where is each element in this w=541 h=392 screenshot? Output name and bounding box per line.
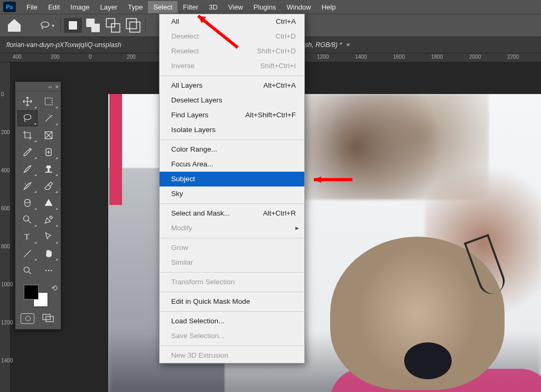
tools-grid: T [15,91,61,281]
menu-item-label: Focus Area... [171,159,213,170]
menu-item-grow: Grow [160,240,304,255]
menu-select[interactable]: Select [148,1,178,13]
healing-brush-tool[interactable] [39,144,59,160]
ruler-tick: 1800 [431,54,443,60]
pen-tool[interactable] [39,212,59,228]
eyedropper-tool[interactable] [17,144,38,160]
shape-tool[interactable] [39,195,59,211]
svg-point-14 [24,267,29,272]
menu-type[interactable]: Type [123,1,148,13]
menu-file[interactable]: File [21,1,43,13]
path-selection-tool[interactable] [39,229,59,245]
new-selection-button[interactable] [64,18,82,33]
menu-item-label: Save Selection... [171,331,225,341]
collapse-icon[interactable]: ‹‹ [48,83,52,90]
menu-item-edit-in-quick-mask-mode[interactable]: Edit in Quick Mask Mode [160,294,304,309]
svg-rect-5 [126,18,136,29]
quick-mask-mode-button[interactable] [21,313,34,324]
menu-separator [161,311,303,312]
menu-item-shortcut: Alt+Ctrl+R [263,208,296,219]
menu-item-label: Sky [171,189,183,199]
document-tab-title-left[interactable]: florian-van-duyn-pXToxwjqIiQ-unsplash [6,41,122,49]
screen-mode-button[interactable] [42,313,54,325]
app-logo: Ps [3,2,16,12]
ruler-tick: 400 [1,167,10,173]
menu-item-focus-area[interactable]: Focus Area... [160,157,304,172]
menu-window[interactable]: Window [281,1,316,13]
menu-layer[interactable]: Layer [95,1,123,13]
menu-item-find-layers[interactable]: Find LayersAlt+Shift+Ctrl+F [160,108,304,123]
marquee-tool[interactable] [39,94,59,109]
menu-item-subject[interactable]: Subject [160,172,304,186]
menu-item-all-layers[interactable]: All LayersAlt+Ctrl+A [160,78,304,93]
ruler-tick: 1200 [1,320,13,325]
hand-tool[interactable] [39,246,59,262]
edit-toolbar-button[interactable] [39,263,59,278]
ruler-tick: 1200 [317,54,329,60]
menu-item-label: Find Layers [171,110,209,120]
eraser-tool[interactable] [39,178,59,194]
move-tool[interactable] [17,94,38,109]
menu-item-sky[interactable]: Sky [160,186,304,201]
svg-marker-23 [314,176,321,183]
menu-item-select-and-mask[interactable]: Select and Mask...Alt+Ctrl+R [160,206,304,221]
menu-item-label: Select and Mask... [171,208,230,219]
foreground-color-swatch[interactable] [24,285,39,300]
menu-item-load-selection[interactable]: Load Selection... [160,314,304,329]
menu-item-label: All [171,16,179,27]
menu-item-shortcut: Ctrl+A [276,16,296,27]
menu-item-deselect-layers[interactable]: Deselect Layers [160,93,304,108]
menu-item-label: Similar [171,257,193,268]
menu-item-isolate-layers[interactable]: Isolate Layers [160,123,304,137]
svg-rect-6 [130,22,140,32]
menu-item-color-range[interactable]: Color Range... [160,142,304,157]
swap-colors-icon[interactable]: ⟲ [51,284,58,292]
close-tab-icon[interactable]: × [346,41,350,49]
menu-item-modify: Modify [160,221,304,236]
menu-item-shortcut: Alt+Ctrl+A [263,80,296,91]
subtract-from-selection-button[interactable] [104,18,122,33]
line-tool[interactable] [17,246,38,262]
tool-preset-picker[interactable]: ▾ [38,18,56,33]
ruler-tick: 2000 [469,54,481,60]
add-to-selection-button[interactable] [84,18,102,33]
ruler-tick: 200 [51,54,60,60]
chevron-down-icon: ▾ [52,23,54,29]
clone-stamp-tool[interactable] [39,161,59,177]
svg-rect-4 [111,24,120,32]
close-icon[interactable]: × [55,83,59,90]
type-tool[interactable]: T [17,229,38,245]
magic-wand-tool[interactable] [39,110,59,126]
brush-tool[interactable] [17,161,38,177]
svg-point-17 [51,270,52,272]
intersect-selection-button[interactable] [124,18,142,33]
home-button[interactable] [5,18,23,33]
menu-edit[interactable]: Edit [43,1,65,13]
gradient-tool[interactable] [17,195,38,211]
menu-item-label: Isolate Layers [171,125,216,135]
dodge-tool[interactable] [17,212,38,228]
ruler-tick: 0 [89,54,92,60]
svg-rect-2 [91,24,100,32]
menu-item-save-selection: Save Selection... [160,329,304,343]
menu-help[interactable]: Help [316,1,341,13]
crop-tool[interactable] [17,127,38,143]
svg-rect-3 [106,18,115,27]
frame-tool[interactable] [39,127,59,143]
menu-item-shortcut: Alt+Shift+Ctrl+F [245,110,296,120]
menu-image[interactable]: Image [65,1,95,13]
svg-point-0 [41,22,49,27]
menu-item-transform-selection: Transform Selection [160,275,304,290]
menu-item-shortcut: Shift+Ctrl+D [257,46,296,57]
svg-point-16 [48,270,50,272]
menu-plugins[interactable]: Plugins [248,1,282,13]
zoom-tool[interactable] [17,263,38,278]
ruler-tick: 0 [1,91,4,97]
lasso-tool[interactable] [17,110,38,126]
menu-item-label: Modify [171,223,192,234]
ruler-tick: 1400 [355,54,367,60]
history-brush-tool[interactable] [17,178,38,194]
menu-item-label: Deselect Layers [171,95,222,106]
ruler-tick: 1600 [393,54,405,60]
menubar: Ps File Edit Image Layer Type Select Fil… [0,0,541,14]
